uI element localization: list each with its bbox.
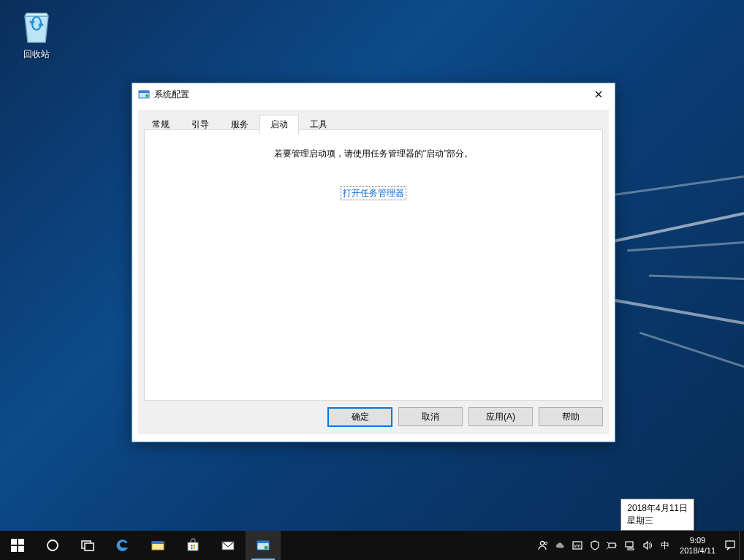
- svg-text:vm: vm: [574, 543, 581, 548]
- window-title: 系统配置: [154, 88, 582, 101]
- task-view-button[interactable]: [70, 531, 105, 560]
- close-button[interactable]: [582, 83, 615, 105]
- recycle-bin-label: 回收站: [23, 49, 50, 59]
- tooltip-date: 2018年4月11日: [627, 502, 688, 515]
- svg-rect-25: [609, 543, 615, 548]
- clock-time: 9:09: [680, 535, 715, 545]
- svg-rect-12: [188, 542, 198, 550]
- svg-rect-6: [18, 546, 24, 552]
- mail-taskbar-icon[interactable]: [210, 531, 246, 560]
- clock-date: 2018/4/11: [680, 545, 715, 556]
- cancel-button[interactable]: 取消: [398, 407, 463, 426]
- svg-point-2: [145, 94, 148, 97]
- taskbar-clock[interactable]: 9:09 2018/4/11: [674, 535, 721, 556]
- dialog-buttons: 确定 取消 应用(A) 帮助: [327, 407, 603, 427]
- window-body: 常规 引导 服务 启动 工具 若要管理启动项，请使用任务管理器的"启动"部分。 …: [138, 110, 609, 434]
- svg-rect-15: [191, 548, 193, 550]
- svg-rect-13: [191, 545, 193, 547]
- tray-vm-icon[interactable]: vm: [569, 531, 586, 560]
- window-icon: [138, 88, 150, 100]
- tray-onedrive-icon[interactable]: [551, 531, 569, 560]
- msconfig-taskbar-icon[interactable]: [246, 531, 281, 560]
- svg-rect-16: [194, 548, 196, 550]
- svg-rect-5: [11, 546, 17, 552]
- help-button[interactable]: 帮助: [539, 407, 603, 426]
- action-center-icon[interactable]: [721, 531, 739, 560]
- svg-point-21: [540, 541, 544, 545]
- svg-rect-27: [626, 542, 633, 547]
- svg-rect-14: [194, 545, 196, 547]
- svg-rect-28: [628, 548, 634, 550]
- tray-power-icon[interactable]: [604, 531, 621, 560]
- svg-rect-1: [139, 91, 149, 93]
- svg-rect-29: [726, 541, 734, 548]
- tab-startup[interactable]: 启动: [259, 115, 299, 135]
- taskbar: vm 中 9:09 2018/4/11: [0, 531, 744, 560]
- edge-taskbar-icon[interactable]: [105, 531, 140, 560]
- ok-button[interactable]: 确定: [327, 407, 392, 427]
- tray-security-icon[interactable]: [586, 531, 604, 560]
- recycle-bin-icon[interactable]: 回收站: [9, 6, 64, 61]
- svg-point-22: [544, 542, 547, 544]
- svg-point-20: [265, 546, 268, 550]
- startup-message: 若要管理启动项，请使用任务管理器的"启动"部分。: [145, 148, 602, 160]
- svg-point-7: [48, 540, 58, 550]
- open-task-manager-link[interactable]: 打开任务管理器: [341, 186, 406, 200]
- svg-rect-26: [615, 545, 617, 546]
- file-explorer-taskbar-icon[interactable]: [140, 531, 175, 560]
- ime-indicator[interactable]: 中: [656, 540, 674, 552]
- store-taskbar-icon[interactable]: [175, 531, 210, 560]
- show-desktop-button[interactable]: [739, 531, 744, 560]
- desktop[interactable]: 回收站 系统配置 常规 引导 服务 启动 工具 若要管理启动项，请使用任务管理器…: [0, 0, 744, 560]
- start-button[interactable]: [0, 531, 35, 560]
- people-icon[interactable]: [534, 531, 551, 560]
- titlebar[interactable]: 系统配置: [132, 83, 615, 105]
- apply-button[interactable]: 应用(A): [468, 407, 533, 426]
- tray-volume-icon[interactable]: [639, 531, 656, 560]
- svg-rect-19: [257, 541, 269, 543]
- svg-rect-4: [18, 539, 24, 545]
- tooltip-weekday: 星期三: [627, 515, 688, 527]
- clock-tooltip: 2018年4月11日 星期三: [620, 499, 694, 531]
- msconfig-window: 系统配置 常规 引导 服务 启动 工具 若要管理启动项，请使用任务管理器的"启动…: [132, 83, 615, 442]
- svg-rect-11: [152, 542, 164, 544]
- tray-network-icon[interactable]: [621, 531, 639, 560]
- cortana-button[interactable]: [35, 531, 70, 560]
- startup-panel: 若要管理启动项，请使用任务管理器的"启动"部分。 打开任务管理器: [144, 129, 603, 401]
- svg-rect-3: [11, 539, 17, 545]
- svg-rect-9: [85, 543, 94, 550]
